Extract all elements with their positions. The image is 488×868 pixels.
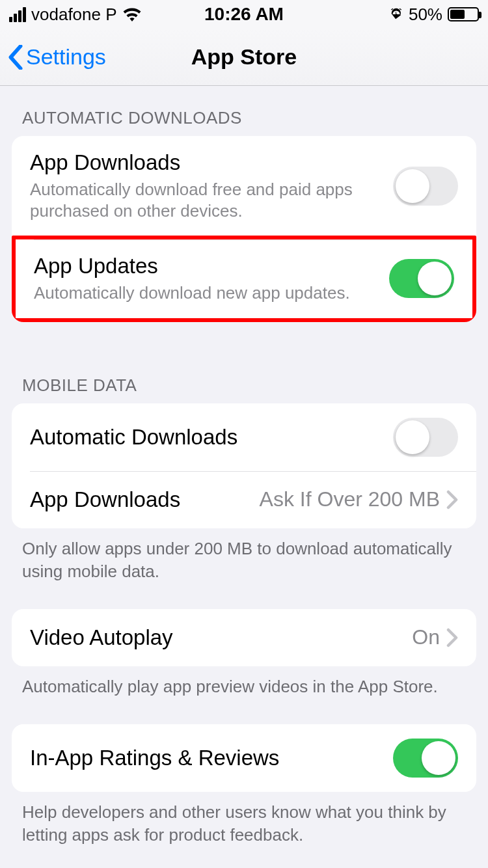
cellular-signal-icon [9,7,26,22]
section-footer-mobile-data: Only allow apps under 200 MB to download… [0,528,488,583]
status-bar: vodafone P 10:26 AM 50% [0,0,488,29]
clock-label: 10:26 AM [204,4,284,24]
toggle-app-downloads[interactable] [393,167,458,206]
toggle-ratings-reviews[interactable] [393,739,458,778]
row-mobile-app-downloads[interactable]: App Downloads Ask If Over 200 MB [12,471,476,528]
back-button-label: Settings [26,44,106,70]
navigation-bar: Settings App Store [0,29,488,86]
row-app-updates[interactable]: App Updates Automatically download new a… [12,236,476,322]
battery-percent-label: 50% [409,5,442,25]
group-ratings-reviews: In-App Ratings & Reviews [12,724,476,792]
row-detail-value: On [412,625,440,649]
section-header-mobile-data: MOBILE DATA [0,357,488,403]
row-subtitle: Automatically download new app updates. [34,282,389,304]
toggle-mobile-automatic-downloads[interactable] [393,418,458,457]
group-mobile-data: Automatic Downloads App Downloads Ask If… [12,403,476,528]
row-detail-value: Ask If Over 200 MB [260,487,440,511]
chevron-left-icon [8,45,23,70]
row-mobile-automatic-downloads[interactable]: Automatic Downloads [12,403,476,471]
row-subtitle: Automatically download free and paid app… [30,179,393,221]
battery-icon [448,7,479,21]
chevron-right-icon [446,490,458,509]
section-header-automatic-downloads: AUTOMATIC DOWNLOADS [0,86,488,136]
row-title: App Downloads [30,150,393,175]
row-video-autoplay[interactable]: Video Autoplay On [12,609,476,666]
section-footer-video-autoplay: Automatically play app preview videos in… [0,666,488,698]
carrier-label: vodafone P [31,5,117,25]
chevron-right-icon [446,628,458,647]
group-automatic-downloads: App Downloads Automatically download fre… [12,136,476,322]
alarm-icon [389,7,403,21]
toggle-app-updates[interactable] [389,259,454,298]
group-video-autoplay: Video Autoplay On [12,609,476,666]
row-ratings-reviews[interactable]: In-App Ratings & Reviews [12,724,476,792]
row-title: App Updates [34,254,389,278]
row-title: App Downloads [30,487,260,512]
row-app-downloads[interactable]: App Downloads Automatically download fre… [12,136,476,236]
wifi-icon [122,7,142,21]
row-title: Automatic Downloads [30,425,393,450]
back-button[interactable]: Settings [8,44,106,70]
row-title: Video Autoplay [30,625,412,650]
row-title: In-App Ratings & Reviews [30,746,393,770]
section-footer-ratings-reviews: Help developers and other users know wha… [0,792,488,847]
